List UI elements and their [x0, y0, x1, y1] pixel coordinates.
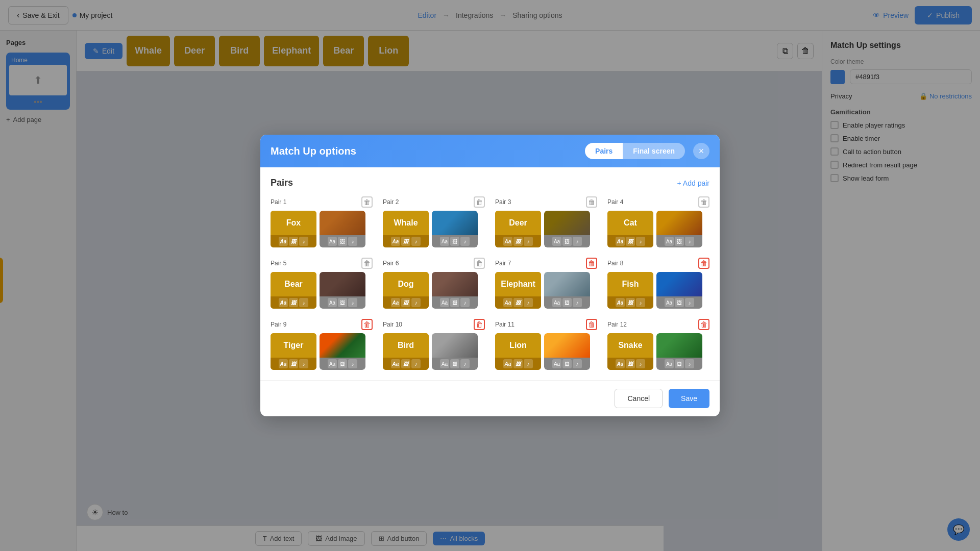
pair-delete-button[interactable]: 🗑 [586, 319, 597, 330]
pair-img-photo-icon[interactable]: 🖼 [675, 237, 684, 246]
pair-text-card: Lion Aa 🖼 ♪ [495, 333, 541, 370]
pair-img-music-icon[interactable]: ♪ [460, 359, 470, 368]
pair-delete-button[interactable]: 🗑 [698, 319, 709, 330]
pair-image-icon[interactable]: 🖼 [513, 237, 523, 246]
pair-music-icon[interactable]: ♪ [524, 237, 533, 246]
pair-img-text-icon[interactable]: Aa [328, 237, 337, 246]
pair-img-photo-icon[interactable]: 🖼 [675, 298, 684, 307]
pair-img-photo-icon[interactable]: 🖼 [450, 237, 459, 246]
pair-cards: Cat Aa 🖼 ♪ Aa 🖼 ♪ [607, 211, 709, 247]
pair-img-placeholder [320, 272, 365, 296]
pair-img-text-icon[interactable]: Aa [440, 359, 449, 368]
pair-img-text-icon[interactable]: Aa [552, 359, 561, 368]
pair-img-photo-icon[interactable]: 🖼 [562, 359, 572, 368]
pair-delete-button[interactable]: 🗑 [474, 319, 485, 330]
pair-image-icon[interactable]: 🖼 [289, 237, 298, 246]
pair-img-music-icon[interactable]: ♪ [460, 298, 470, 307]
pair-delete-button[interactable]: 🗑 [361, 258, 373, 269]
save-button[interactable]: Save [669, 389, 709, 408]
pair-image-icon[interactable]: 🖼 [401, 237, 410, 246]
tab-final-screen[interactable]: Final screen [623, 143, 685, 159]
pair-img-music-icon[interactable]: ♪ [685, 359, 694, 368]
pair-img-text-icon[interactable]: Aa [328, 359, 337, 368]
pair-img-text-icon[interactable]: Aa [665, 237, 674, 246]
pair-img-photo-icon[interactable]: 🖼 [450, 298, 459, 307]
pair-image-icon[interactable]: 🖼 [401, 359, 410, 368]
pair-music-icon[interactable]: ♪ [299, 237, 308, 246]
pair-card-label: Whale [383, 211, 429, 235]
cancel-button[interactable]: Cancel [615, 389, 663, 408]
pair-music-icon[interactable]: ♪ [299, 298, 308, 307]
pair-img-photo-icon[interactable]: 🖼 [450, 359, 459, 368]
pair-img-placeholder [432, 211, 478, 235]
pair-music-icon[interactable]: ♪ [524, 298, 533, 307]
pair-img-text-icon[interactable]: Aa [440, 298, 449, 307]
pair-image-icon[interactable]: 🖼 [289, 298, 298, 307]
pair-delete-button[interactable]: 🗑 [586, 196, 597, 208]
pair-img-music-icon[interactable]: ♪ [573, 359, 582, 368]
pair-text-icon[interactable]: Aa [503, 359, 512, 368]
pair-delete-button[interactable]: 🗑 [698, 258, 709, 269]
pair-img-music-icon[interactable]: ♪ [573, 298, 582, 307]
pair-img-text-icon[interactable]: Aa [552, 237, 561, 246]
pair-music-icon[interactable]: ♪ [524, 359, 533, 368]
pair-img-actions: Aa 🖼 ♪ [544, 358, 590, 370]
pair-img-photo-icon[interactable]: 🖼 [338, 298, 347, 307]
pair-text-icon[interactable]: Aa [616, 237, 625, 246]
pair-img-text-icon[interactable]: Aa [552, 298, 561, 307]
pair-card-label: Cat [607, 211, 653, 235]
pair-text-icon[interactable]: Aa [279, 359, 288, 368]
pair-card-label: Fox [271, 211, 316, 235]
pair-delete-button[interactable]: 🗑 [361, 319, 373, 330]
pair-music-icon[interactable]: ♪ [299, 359, 308, 368]
pair-music-icon[interactable]: ♪ [411, 237, 421, 246]
pair-img-text-icon[interactable]: Aa [665, 298, 674, 307]
pair-text-icon[interactable]: Aa [391, 359, 400, 368]
pair-delete-button[interactable]: 🗑 [698, 196, 709, 208]
pair-delete-button[interactable]: 🗑 [474, 258, 485, 269]
pair-text-card: Tiger Aa 🖼 ♪ [271, 333, 316, 370]
pair-img-text-icon[interactable]: Aa [328, 298, 337, 307]
pair-image-icon[interactable]: 🖼 [626, 237, 635, 246]
pair-image-icon[interactable]: 🖼 [626, 359, 635, 368]
modal-close-button[interactable]: × [693, 143, 709, 159]
pair-img-music-icon[interactable]: ♪ [348, 298, 357, 307]
pair-img-music-icon[interactable]: ♪ [685, 237, 694, 246]
tab-pairs[interactable]: Pairs [585, 143, 623, 159]
pair-text-icon[interactable]: Aa [503, 237, 512, 246]
pair-text-icon[interactable]: Aa [616, 359, 625, 368]
pair-text-icon[interactable]: Aa [391, 298, 400, 307]
pair-delete-button[interactable]: 🗑 [586, 258, 597, 269]
pair-music-icon[interactable]: ♪ [411, 298, 421, 307]
pair-img-photo-icon[interactable]: 🖼 [562, 237, 572, 246]
pair-image-icon[interactable]: 🖼 [401, 298, 410, 307]
pair-delete-button[interactable]: 🗑 [361, 196, 373, 208]
pair-img-photo-icon[interactable]: 🖼 [675, 359, 684, 368]
pair-music-icon[interactable]: ♪ [636, 359, 645, 368]
pair-img-music-icon[interactable]: ♪ [348, 237, 357, 246]
pair-music-icon[interactable]: ♪ [411, 359, 421, 368]
pair-text-icon[interactable]: Aa [279, 237, 288, 246]
pair-text-icon[interactable]: Aa [503, 298, 512, 307]
pair-img-music-icon[interactable]: ♪ [460, 237, 470, 246]
pair-card-actions: Aa 🖼 ♪ [383, 235, 429, 247]
pair-image-icon[interactable]: 🖼 [513, 298, 523, 307]
pair-img-music-icon[interactable]: ♪ [573, 237, 582, 246]
pair-img-text-icon[interactable]: Aa [665, 359, 674, 368]
pair-image-icon[interactable]: 🖼 [626, 298, 635, 307]
add-pair-button[interactable]: + Add pair [677, 179, 709, 187]
pair-img-music-icon[interactable]: ♪ [685, 298, 694, 307]
pair-image-icon[interactable]: 🖼 [513, 359, 523, 368]
pair-text-icon[interactable]: Aa [616, 298, 625, 307]
pair-image-icon[interactable]: 🖼 [289, 359, 298, 368]
pair-text-icon[interactable]: Aa [279, 298, 288, 307]
pair-delete-button[interactable]: 🗑 [474, 196, 485, 208]
pair-img-music-icon[interactable]: ♪ [348, 359, 357, 368]
pair-img-text-icon[interactable]: Aa [440, 237, 449, 246]
pair-music-icon[interactable]: ♪ [636, 237, 645, 246]
pair-music-icon[interactable]: ♪ [636, 298, 645, 307]
pair-img-photo-icon[interactable]: 🖼 [338, 359, 347, 368]
pair-img-photo-icon[interactable]: 🖼 [338, 237, 347, 246]
pair-text-icon[interactable]: Aa [391, 237, 400, 246]
pair-img-photo-icon[interactable]: 🖼 [562, 298, 572, 307]
